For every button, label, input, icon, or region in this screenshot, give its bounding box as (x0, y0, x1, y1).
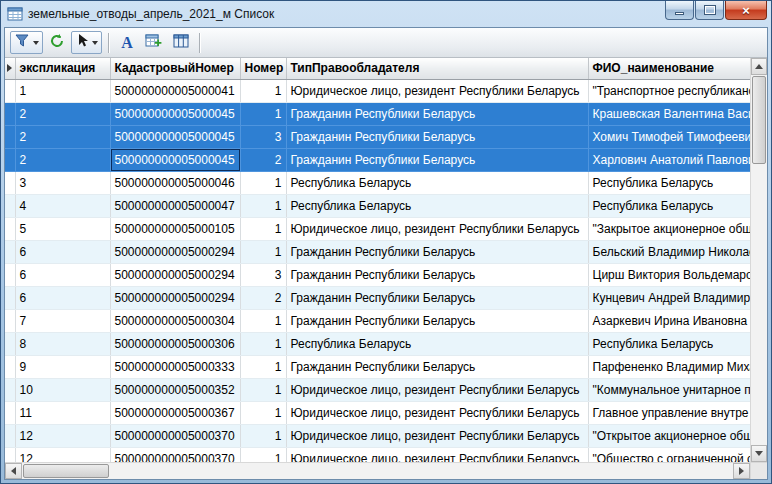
grid-cell[interactable]: 1 (240, 79, 286, 102)
row-selector[interactable] (5, 217, 15, 240)
scroll-up-button[interactable] (751, 58, 767, 75)
row-selector[interactable] (5, 148, 15, 171)
grid-cell[interactable]: 500000000005000045 (110, 148, 240, 171)
grid-cell[interactable]: 500000000005000294 (110, 263, 240, 286)
grid-cell[interactable]: 2 (240, 148, 286, 171)
grid-cell[interactable]: 500000000005000046 (110, 171, 240, 194)
grid-cell[interactable]: 1 (240, 332, 286, 355)
horizontal-scroll-thumb[interactable] (23, 464, 109, 478)
grid-cell[interactable]: 500000000005000294 (110, 286, 240, 309)
grid-cell[interactable]: 11 (15, 401, 110, 424)
row-selector[interactable] (5, 263, 15, 286)
grid-cell[interactable]: 1 (240, 171, 286, 194)
vertical-scroll-thumb[interactable] (752, 76, 766, 164)
grid-cell[interactable]: Юридическое лицо, резидент Республики Бе… (286, 424, 588, 447)
grid-cell[interactable]: 1 (240, 424, 286, 447)
close-button[interactable]: × (725, 1, 767, 20)
grid-cell[interactable]: "Общество с ограниченной о (588, 447, 750, 462)
grid-cell[interactable]: 500000000005000306 (110, 332, 240, 355)
grid-cell[interactable]: 500000000005000333 (110, 355, 240, 378)
grid-cell[interactable]: Республика Беларусь (286, 194, 588, 217)
grid-cell[interactable]: "Закрытое акционерное общ (588, 217, 750, 240)
row-selector[interactable] (5, 102, 15, 125)
column-header-2[interactable]: Номер (240, 58, 286, 79)
grid-cell[interactable]: 500000000005000352 (110, 378, 240, 401)
grid-cell[interactable]: Крашевская Валентина Васил (588, 102, 750, 125)
row-selector[interactable] (5, 286, 15, 309)
filter-button[interactable] (10, 31, 43, 54)
grid-cell[interactable]: 1 (240, 378, 286, 401)
row-selector[interactable] (5, 378, 15, 401)
grid-cell[interactable]: Юридическое лицо, резидент Республики Бе… (286, 217, 588, 240)
grid-cell[interactable]: "Коммунальное унитарное п (588, 378, 750, 401)
grid-cell[interactable]: Республика Беларусь (588, 194, 750, 217)
grid-cell[interactable]: 500000000005000367 (110, 401, 240, 424)
grid-cell[interactable]: 4 (15, 194, 110, 217)
grid-cell[interactable]: Гражданин Республики Беларусь (286, 148, 588, 171)
column-header-1[interactable]: КадастровыйНомер (110, 58, 240, 79)
row-selector[interactable] (5, 194, 15, 217)
titlebar[interactable]: земельные_отводы_апрель_2021_м Список × (4, 1, 768, 27)
select-all-corner[interactable] (5, 58, 15, 79)
grid-cell[interactable]: 7 (15, 309, 110, 332)
grid-cell[interactable]: 1 (240, 309, 286, 332)
grid-cell[interactable]: 3 (240, 263, 286, 286)
row-selector[interactable] (5, 171, 15, 194)
grid-cell[interactable]: 1 (240, 447, 286, 462)
grid-cell[interactable]: Парфененко Владимир Миха (588, 355, 750, 378)
row-selector[interactable] (5, 447, 15, 462)
grid-cell[interactable]: 12 (15, 424, 110, 447)
grid-cell[interactable]: 1 (240, 355, 286, 378)
grid-cell[interactable]: Харлович Анатолий Павлович (588, 148, 750, 171)
grid-cell[interactable]: Гражданин Республики Беларусь (286, 125, 588, 148)
grid-cell[interactable]: Республика Беларусь (286, 171, 588, 194)
grid-cell[interactable]: 9 (15, 355, 110, 378)
column-header-3[interactable]: ТипПравообладателя (286, 58, 588, 79)
grid-cell[interactable]: 500000000005000041 (110, 79, 240, 102)
row-selector[interactable] (5, 125, 15, 148)
grid-cell[interactable]: Главное управление внутре (588, 401, 750, 424)
grid-cell[interactable]: 10 (15, 378, 110, 401)
row-selector[interactable] (5, 355, 15, 378)
horizontal-scrollbar[interactable] (5, 462, 767, 479)
grid-cell[interactable]: Гражданин Республики Беларусь (286, 240, 588, 263)
grid-cell[interactable]: 1 (240, 102, 286, 125)
grid-cell[interactable]: 2 (15, 125, 110, 148)
scroll-left-button[interactable] (5, 463, 22, 479)
column-header-0[interactable]: экспликация (15, 58, 110, 79)
grid-cell[interactable]: Кунцевич Андрей Владимир (588, 286, 750, 309)
font-style-button[interactable]: A (115, 31, 139, 54)
row-selector[interactable] (5, 401, 15, 424)
row-selector[interactable] (5, 79, 15, 102)
grid-cell[interactable]: Республика Беларусь (286, 332, 588, 355)
grid-cell[interactable]: Гражданин Республики Беларусь (286, 309, 588, 332)
grid-cell[interactable]: 8 (15, 332, 110, 355)
horizontal-scroll-track[interactable] (22, 463, 733, 479)
grid-cell[interactable]: Гражданин Республики Беларусь (286, 355, 588, 378)
grid-cell[interactable]: Азаркевич Ирина Ивановна (588, 309, 750, 332)
grid-cell[interactable]: 1 (240, 240, 286, 263)
grid-cell[interactable]: Юридическое лицо, резидент Республики Бе… (286, 378, 588, 401)
grid-cell[interactable]: Юридическое лицо, резидент Республики Бе… (286, 401, 588, 424)
grid-cell[interactable]: 500000000005000294 (110, 240, 240, 263)
grid-cell[interactable]: 1 (240, 401, 286, 424)
select-cursor-button[interactable] (71, 31, 102, 54)
grid-cell[interactable]: 500000000005000370 (110, 424, 240, 447)
grid-cell[interactable]: 500000000005000105 (110, 217, 240, 240)
row-selector[interactable] (5, 332, 15, 355)
grid-cell[interactable]: 2 (15, 148, 110, 171)
table-columns-button[interactable] (169, 31, 193, 54)
scroll-right-button[interactable] (733, 463, 750, 479)
vertical-scroll-track[interactable] (751, 165, 767, 445)
grid-cell[interactable]: Гражданин Республики Беларусь (286, 263, 588, 286)
grid-cell[interactable]: Юридическое лицо, резидент Республики Бе… (286, 447, 588, 462)
grid-cell[interactable]: 500000000005000304 (110, 309, 240, 332)
grid-cell[interactable]: 2 (240, 286, 286, 309)
grid-cell[interactable]: 2 (15, 102, 110, 125)
grid-cell[interactable]: 3 (15, 171, 110, 194)
grid-cell[interactable]: 500000000005000045 (110, 102, 240, 125)
grid-cell[interactable]: Республика Беларусь (588, 171, 750, 194)
grid-cell[interactable]: 1 (240, 217, 286, 240)
grid-cell[interactable]: 500000000005000370 (110, 447, 240, 462)
column-header-4[interactable]: ФИО_наименование (588, 58, 750, 79)
